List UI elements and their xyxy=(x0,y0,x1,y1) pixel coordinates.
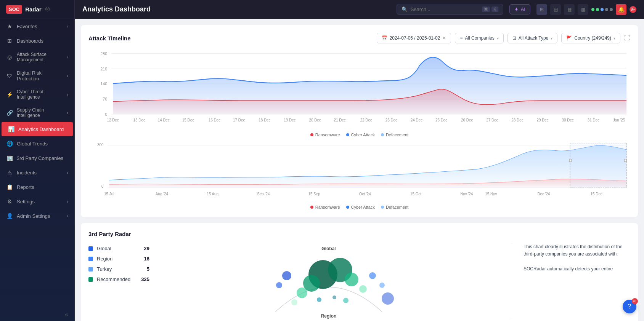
logo-text: Radar xyxy=(25,6,42,13)
grid-view-btn[interactable]: ⊞ xyxy=(536,4,547,15)
header-icons: ⊞ ▤ ▦ ▥ 🔔 9+ xyxy=(536,4,636,15)
digital-risk-chevron: › xyxy=(67,74,68,78)
chat-icon: ? xyxy=(628,303,631,310)
analytics-icon: 📊 xyxy=(8,126,14,133)
sidebar-item-reports[interactable]: 📋 Reports xyxy=(0,180,74,194)
handle-left[interactable] xyxy=(569,159,572,162)
sidebar-item-digital-risk[interactable]: 🛡 Digital Risk Protection › xyxy=(0,66,74,85)
sidebar-item-favorites[interactable]: ★ Favorites › xyxy=(0,19,74,34)
sidebar-item-cyber-threat[interactable]: ⚡ Cyber Threat Intelligence › xyxy=(0,85,74,104)
logo-badge: SOC xyxy=(6,5,22,14)
country-filter-btn[interactable]: 🚩 Country (249/249) ▾ xyxy=(561,33,620,43)
sidebar-label-attack-surface: Attack Surface Management xyxy=(17,52,63,62)
fullscreen-btn[interactable]: ⛶ xyxy=(624,35,630,42)
svg-text:31 Dec: 31 Dec xyxy=(588,118,599,122)
global-count: 29 xyxy=(144,246,149,251)
svg-text:210: 210 xyxy=(100,66,107,71)
svg-text:16 Dec: 16 Dec xyxy=(209,118,220,122)
svg-text:70: 70 xyxy=(103,97,107,101)
divider xyxy=(512,243,512,319)
notification-icon-area[interactable]: 🔔 xyxy=(616,4,626,15)
sidebar-item-analytics[interactable]: 📊 Analytics Dashboard xyxy=(2,122,73,136)
sidebar-item-supply-chain[interactable]: 🔗 Supply Chain Intelligence › xyxy=(0,104,74,122)
bubble-4 xyxy=(345,273,358,286)
search-input[interactable] xyxy=(411,6,479,12)
sidebar-item-3rd-party[interactable]: 🏢 3rd Party Companies xyxy=(0,151,74,165)
sidebar-item-dashboards[interactable]: ⊞ Dashboards xyxy=(0,34,74,48)
view-btn-3[interactable]: ▦ xyxy=(564,4,575,15)
handle-right[interactable] xyxy=(624,159,626,162)
svg-text:0: 0 xyxy=(101,184,104,189)
search-shortcut: ⌘ K xyxy=(482,6,498,12)
sidebar: SOC Radar ® ★ Favorites › ⊞ Dashboards ◎… xyxy=(0,0,75,321)
legend-cyber-attack: Cyber Attack xyxy=(346,133,375,137)
region-label: Region xyxy=(97,256,112,262)
page-title: Analytics Dashboard xyxy=(82,5,151,13)
collapse-icon: « xyxy=(65,311,68,318)
sidebar-item-attack-surface[interactable]: ◎ Attack Surface Management › xyxy=(0,48,74,66)
bubble-6 xyxy=(359,285,367,293)
recommended-color xyxy=(88,277,93,282)
mini-cyber-dot xyxy=(346,206,349,209)
attack-type-chevron: ▾ xyxy=(551,36,552,40)
mini-ransomware-label: Ransomware xyxy=(315,205,340,209)
svg-text:Region: Region xyxy=(321,313,337,319)
mini-chart-legend: Ransomware Cyber Attack Defacement xyxy=(88,205,630,209)
sidebar-item-settings[interactable]: ⚙ Settings › xyxy=(0,194,74,209)
recommended-label: Recommended xyxy=(97,276,130,282)
notification-count: 9+ xyxy=(630,6,636,13)
logo-tm: ® xyxy=(45,6,50,13)
sidebar-label-settings: Settings xyxy=(17,199,35,204)
favorites-icon: ★ xyxy=(6,23,13,30)
sidebar-collapse-btn[interactable]: « xyxy=(0,308,74,321)
dot-green-2 xyxy=(596,8,599,11)
radar-content: Global 29 Region 16 Turkey 5 xyxy=(88,243,630,319)
radar-legend-recommended: Recommended 325 xyxy=(88,274,149,284)
sidebar-item-admin[interactable]: 👤 Admin Settings › xyxy=(0,209,74,223)
companies-filter-btn[interactable]: ≡ All Companies ▾ xyxy=(455,33,503,43)
main-chart-svg: 280 210 140 70 0 xyxy=(88,50,630,129)
sidebar-item-incidents[interactable]: ⚠ Incidents › xyxy=(0,165,74,180)
attack-surface-icon: ◎ xyxy=(6,54,13,61)
selection-rect[interactable] xyxy=(570,143,626,188)
companies-chevron: ▾ xyxy=(497,36,499,40)
sidebar-label-incidents: Incidents xyxy=(17,170,37,176)
svg-text:15 Jul: 15 Jul xyxy=(104,191,114,196)
sidebar-label-cyber-threat: Cyber Threat Intelligence xyxy=(17,89,63,100)
admin-icon: 👤 xyxy=(6,212,13,219)
sidebar-label-digital-risk: Digital Risk Protection xyxy=(17,70,63,81)
svg-text:15 Sep: 15 Sep xyxy=(308,191,320,196)
view-btn-4[interactable]: ▥ xyxy=(578,4,588,15)
calendar-icon: 📅 xyxy=(382,35,387,41)
svg-text:Nov '24: Nov '24 xyxy=(460,191,473,196)
mini-legend-cyber-attack: Cyber Attack xyxy=(346,205,375,209)
companies-icon: ≡ xyxy=(460,35,463,41)
svg-text:Dec '24: Dec '24 xyxy=(537,191,550,196)
svg-text:Jan '25: Jan '25 xyxy=(613,118,625,122)
radar-legend: Global 29 Region 16 Turkey 5 xyxy=(88,243,149,319)
search-bar[interactable]: 🔍 ⌘ K xyxy=(397,4,503,15)
content-area: Attack Timeline 📅 2024-07-06 / 2025-01-0… xyxy=(75,19,644,321)
ransomware-dot xyxy=(310,133,313,136)
attack-type-filter-btn[interactable]: ⊡ All Attack Type ▾ xyxy=(507,33,558,43)
turkey-count: 5 xyxy=(147,266,149,272)
ai-button[interactable]: ✦ AI xyxy=(509,4,530,14)
date-range-btn[interactable]: 📅 2024-07-06 / 2025-01-02 ✕ xyxy=(377,33,451,43)
sidebar-label-analytics: Analytics Dashboard xyxy=(18,126,64,132)
bubble-5 xyxy=(297,287,307,298)
country-filter-label: Country (249/249) xyxy=(574,35,611,41)
ai-label: AI xyxy=(521,6,525,12)
sidebar-item-global-trends[interactable]: 🌐 Global Trends xyxy=(0,136,74,151)
svg-text:17 Dec: 17 Dec xyxy=(233,118,245,122)
main-chart-legend: Ransomware Cyber Attack Defacement xyxy=(88,133,630,137)
mini-defacement-dot xyxy=(381,206,384,209)
defacement-dot xyxy=(381,133,384,136)
list-view-btn[interactable]: ▤ xyxy=(550,4,561,15)
radar-desc-1: This chart clearly illustrates the distr… xyxy=(524,243,630,258)
svg-text:300: 300 xyxy=(97,142,104,147)
region-count: 16 xyxy=(144,256,149,262)
svg-text:15 Dec: 15 Dec xyxy=(591,191,603,196)
date-range-value: 2024-07-06 / 2025-01-02 xyxy=(390,35,440,41)
date-clear-icon[interactable]: ✕ xyxy=(442,35,446,41)
chat-widget-btn[interactable]: ? 9+ xyxy=(623,300,636,313)
